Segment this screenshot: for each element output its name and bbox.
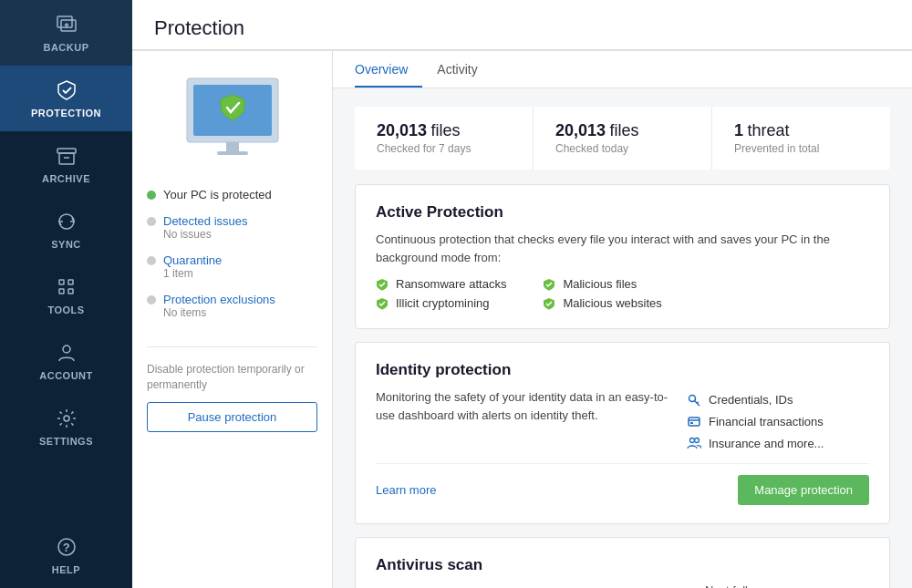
stat-unit-2: threat	[747, 121, 789, 139]
antivirus-right: Next full scan: 9/22/23 at 6:00 PM	[705, 583, 869, 588]
antivirus-inner: On-demand protection that checks your PC…	[376, 583, 869, 588]
sidebar-item-protection[interactable]: PROTECTION	[0, 66, 132, 131]
stats-row: 20,013 files Checked for 7 days 20,013 f…	[355, 107, 890, 170]
status-detected-issues: Detected issues No issues	[147, 214, 317, 241]
learn-more-link[interactable]: Learn more	[376, 483, 436, 497]
identity-card-inner: Monitoring the safety of your identity d…	[376, 388, 869, 450]
quarantine-sub: 1 item	[163, 267, 222, 280]
protection-image	[147, 69, 317, 173]
svg-rect-17	[217, 151, 248, 155]
sidebar-item-help-label: HELP	[52, 564, 80, 575]
svg-rect-6	[59, 280, 64, 284]
shield-green-icon-3	[543, 278, 555, 291]
key-icon	[687, 392, 701, 407]
sidebar-item-sync[interactable]: SYNC	[0, 197, 132, 263]
quarantine-link[interactable]: Quarantine	[163, 253, 222, 267]
identity-protection-card: Identity protection Monitoring the safet…	[355, 342, 890, 524]
antivirus-scan-title: Antivirus scan	[376, 556, 869, 574]
next-scan-label: Next full scan:	[705, 583, 869, 588]
sidebar-item-account-label: ACCOUNT	[39, 370, 93, 381]
sidebar-item-account[interactable]: ACCOUNT	[0, 328, 132, 394]
identity-feature-credentials-label: Credentials, IDs	[709, 393, 793, 407]
sidebar-item-tools[interactable]: TOOLS	[0, 263, 132, 328]
features-right: Malicious files Malicious websites	[543, 277, 661, 310]
stat-number-value-2: 1	[734, 121, 743, 139]
stat-number-value-0: 20,013	[377, 121, 427, 139]
svg-rect-0	[57, 16, 72, 27]
stat-threat: 1 threat Prevented in total	[712, 107, 890, 170]
sidebar-item-sync-label: SYNC	[51, 239, 81, 250]
sidebar-item-archive[interactable]: ARCHIVE	[0, 131, 132, 197]
stat-sub-2: Prevented in total	[734, 142, 868, 155]
page-title: Protection	[132, 0, 912, 50]
settings-icon	[55, 407, 78, 430]
archive-icon	[55, 144, 78, 168]
detected-issues-link[interactable]: Detected issues	[163, 214, 248, 228]
sync-icon	[55, 210, 78, 233]
people-icon	[687, 436, 701, 450]
sidebar-item-settings-label: SETTINGS	[39, 436, 93, 447]
backup-icon	[55, 13, 78, 36]
detected-issues-sub: No issues	[163, 228, 248, 241]
exclusions-sub: No items	[163, 306, 275, 319]
middle-panel: Your PC is protected Detected issues No …	[132, 51, 333, 588]
stat-sub-1: Checked today	[555, 142, 689, 155]
status-text-main: Your PC is protected	[163, 188, 272, 201]
divider	[147, 346, 317, 347]
panels-container: Your PC is protected Detected issues No …	[132, 51, 912, 588]
identity-card-actions: Learn more Manage protection	[376, 463, 869, 505]
status-dot-green	[147, 191, 156, 200]
manage-protection-button[interactable]: Manage protection	[738, 475, 869, 505]
status-dot-detected	[147, 217, 156, 226]
help-icon: ?	[55, 535, 78, 559]
pause-protection-button[interactable]: Pause protection	[147, 402, 317, 432]
active-protection-title: Active Protection	[376, 203, 869, 222]
antivirus-left: On-demand protection that checks your PC…	[376, 583, 687, 588]
svg-rect-23	[690, 422, 693, 424]
feature-ransomware: Ransomware attacks	[376, 277, 506, 291]
feature-malicious-files-label: Malicious files	[563, 277, 637, 291]
feature-cryptomining-label: Illicit cryptomining	[396, 296, 490, 310]
tab-activity[interactable]: Activity	[437, 51, 492, 88]
identity-feature-financial: Financial transactions	[687, 414, 869, 428]
account-icon	[55, 341, 78, 365]
svg-line-20	[697, 402, 699, 403]
sidebar: BACKUP PROTECTION ARCHIVE SYNC	[0, 0, 132, 588]
identity-right: Credentials, IDs Financial transactions	[687, 388, 869, 450]
antivirus-scan-desc: On-demand protection that checks your PC…	[376, 583, 687, 588]
tab-overview[interactable]: Overview	[355, 51, 422, 88]
identity-feature-financial-label: Financial transactions	[709, 415, 824, 428]
feature-malicious-websites: Malicious websites	[543, 296, 661, 310]
stat-number-0: 20,013 files	[377, 121, 511, 140]
sidebar-item-settings[interactable]: SETTINGS	[0, 394, 132, 459]
main-area: Protection	[132, 0, 912, 588]
exclusions-link[interactable]: Protection exclusions	[163, 293, 275, 306]
shield-green-icon-4	[543, 297, 555, 310]
identity-feature-insurance-label: Insurance and more...	[709, 437, 824, 450]
sidebar-item-help[interactable]: ? HELP	[0, 522, 132, 588]
svg-point-18	[689, 396, 696, 402]
sidebar-item-tools-label: TOOLS	[47, 304, 84, 315]
svg-point-10	[63, 346, 70, 353]
sidebar-item-backup[interactable]: BACKUP	[0, 0, 132, 66]
features-left: Ransomware attacks Illicit cryptomining	[376, 277, 506, 310]
stat-checked-today: 20,013 files Checked today	[534, 107, 712, 170]
stat-number-2: 1 threat	[734, 121, 868, 140]
stat-number-value-1: 20,013	[555, 121, 606, 139]
svg-rect-7	[59, 289, 64, 294]
svg-text:?: ?	[62, 541, 69, 554]
status-dot-quarantine	[147, 256, 156, 265]
status-exclusions: Protection exclusions No items	[147, 293, 317, 319]
status-quarantine: Quarantine 1 item	[147, 253, 317, 280]
tabs-bar: Overview Activity	[333, 51, 912, 88]
pause-description: Disable protection temporarily or perman…	[147, 362, 317, 393]
active-protection-features: Ransomware attacks Illicit cryptomining	[376, 277, 869, 310]
svg-rect-8	[68, 280, 73, 284]
svg-rect-9	[68, 289, 73, 294]
identity-left: Monitoring the safety of your identity d…	[376, 388, 668, 450]
protection-icon	[55, 78, 78, 102]
sidebar-item-protection-label: PROTECTION	[31, 108, 101, 119]
right-content: Overview Activity 20,013 files Checked f…	[333, 51, 912, 588]
identity-feature-insurance: Insurance and more...	[687, 436, 869, 450]
feature-ransomware-label: Ransomware attacks	[396, 277, 506, 291]
